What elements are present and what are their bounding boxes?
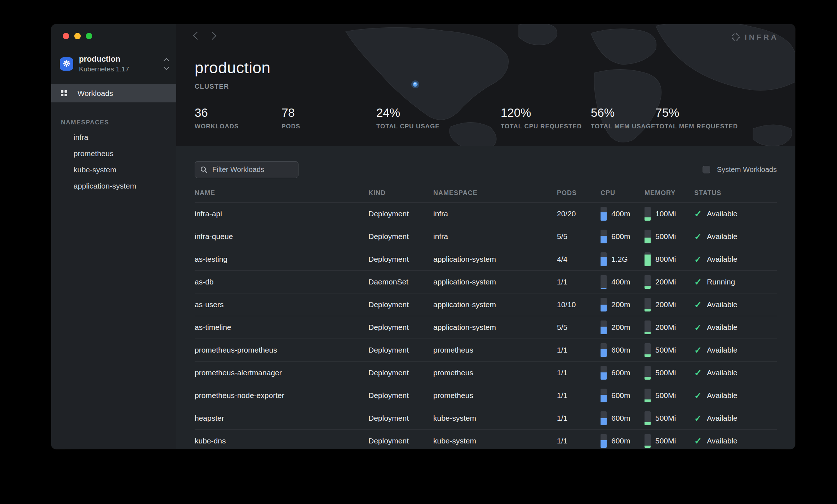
memory-value: 500Mi bbox=[655, 346, 676, 354]
workload-memory: 500Mi bbox=[645, 434, 694, 448]
workload-kind: Deployment bbox=[368, 232, 433, 241]
back-button[interactable] bbox=[193, 32, 201, 40]
memory-value: 200Mi bbox=[655, 323, 676, 332]
table-row[interactable]: prometheus-prometheus Deployment prometh… bbox=[195, 339, 777, 362]
search-icon bbox=[200, 166, 208, 174]
memory-value: 200Mi bbox=[655, 300, 676, 309]
table-header: NAME KIND NAMESPACE PODS CPU MEMORY STAT… bbox=[195, 189, 777, 203]
column-header-memory[interactable]: MEMORY bbox=[645, 189, 694, 197]
column-header-status[interactable]: STATUS bbox=[694, 189, 777, 197]
table-row[interactable]: as-db DaemonSet application-system 1/1 4… bbox=[195, 271, 777, 293]
cpu-gauge-icon bbox=[601, 411, 607, 425]
workload-kind: Deployment bbox=[368, 437, 433, 445]
workload-cpu: 600m bbox=[601, 411, 645, 425]
workload-kind: Deployment bbox=[368, 391, 433, 400]
check-icon: ✓ bbox=[694, 368, 702, 377]
table-row[interactable]: heapster Deployment kube-system 1/1 600m… bbox=[195, 407, 777, 430]
filter-workloads-input[interactable] bbox=[195, 161, 298, 178]
table-row[interactable]: kube-dns Deployment kube-system 1/1 600m… bbox=[195, 430, 777, 449]
table-row[interactable]: as-testing Deployment application-system… bbox=[195, 248, 777, 271]
workload-memory: 200Mi bbox=[645, 298, 694, 311]
column-header-namespace[interactable]: NAMESPACE bbox=[433, 189, 557, 197]
cluster-location-marker bbox=[411, 80, 419, 88]
workload-status: ✓ Running bbox=[694, 278, 777, 287]
sidebar-item-namespace[interactable]: application-system bbox=[51, 178, 176, 194]
zoom-button[interactable] bbox=[86, 33, 92, 39]
workload-status: ✓ Available bbox=[694, 232, 777, 241]
workload-status: ✓ Available bbox=[694, 346, 777, 355]
table-row[interactable]: as-users Deployment application-system 1… bbox=[195, 293, 777, 316]
workload-pods: 10/10 bbox=[557, 300, 601, 309]
stat-value: 24% bbox=[376, 106, 501, 120]
memory-gauge-icon bbox=[645, 366, 651, 380]
memory-gauge-icon bbox=[645, 411, 651, 425]
memory-value: 500Mi bbox=[655, 391, 676, 400]
workload-pods: 5/5 bbox=[557, 232, 601, 241]
workload-name: as-testing bbox=[195, 255, 368, 264]
namespaces-section-header: NAMESPACES bbox=[61, 119, 176, 126]
close-button[interactable] bbox=[63, 33, 69, 39]
stat: 36 WORKLOADS bbox=[195, 106, 282, 130]
column-header-cpu[interactable]: CPU bbox=[601, 189, 645, 197]
forward-button[interactable] bbox=[208, 32, 217, 40]
stat-label: PODS bbox=[282, 123, 376, 130]
stat: 78 PODS bbox=[282, 106, 376, 130]
sidebar-item-namespace[interactable]: infra bbox=[51, 129, 176, 145]
table-row[interactable]: prometheus-node-exporter Deployment prom… bbox=[195, 384, 777, 407]
cpu-value: 200m bbox=[611, 300, 630, 309]
workload-cpu: 600m bbox=[601, 230, 645, 243]
kubernetes-icon: ☸ bbox=[60, 57, 73, 71]
workload-namespace: application-system bbox=[433, 278, 557, 286]
workload-namespace: application-system bbox=[433, 323, 557, 332]
workload-namespace: infra bbox=[433, 232, 557, 241]
workload-pods: 20/20 bbox=[557, 209, 601, 218]
workloads-label: Workloads bbox=[78, 89, 113, 98]
table-row[interactable]: prometheus-alertmanager Deployment prome… bbox=[195, 362, 777, 384]
cpu-gauge-icon bbox=[601, 207, 607, 221]
workload-name: as-timeline bbox=[195, 323, 368, 332]
workload-namespace: kube-system bbox=[433, 414, 557, 423]
minimize-button[interactable] bbox=[74, 33, 81, 39]
workload-memory: 500Mi bbox=[645, 411, 694, 425]
sidebar-item-workloads[interactable]: Workloads bbox=[51, 84, 176, 102]
memory-value: 500Mi bbox=[655, 368, 676, 377]
table-row[interactable]: as-timeline Deployment application-syste… bbox=[195, 316, 777, 339]
sunburst-icon bbox=[731, 33, 740, 41]
stat: 24% TOTAL CPU USAGE bbox=[376, 106, 501, 130]
status-text: Available bbox=[707, 368, 738, 377]
main-area: INFRA production CLUSTER 36 WORKLOADS 78… bbox=[176, 24, 795, 449]
workload-pods: 4/4 bbox=[557, 255, 601, 264]
workload-namespace: application-system bbox=[433, 300, 557, 309]
workload-kind: Deployment bbox=[368, 255, 433, 264]
workload-cpu: 600m bbox=[601, 343, 645, 357]
cpu-gauge-icon bbox=[601, 389, 607, 402]
cpu-value: 600m bbox=[611, 437, 630, 445]
sidebar-item-namespace[interactable]: kube-system bbox=[51, 162, 176, 178]
check-icon: ✓ bbox=[694, 209, 702, 218]
system-workloads-checkbox[interactable] bbox=[703, 166, 710, 173]
cpu-gauge-icon bbox=[601, 434, 607, 448]
cluster-selector[interactable]: ☸ production Kubernetes 1.17 bbox=[60, 54, 168, 73]
workload-kind: Deployment bbox=[368, 323, 433, 332]
stat-value: 36 bbox=[195, 106, 282, 120]
memory-value: 200Mi bbox=[655, 278, 676, 286]
workload-cpu: 600m bbox=[601, 434, 645, 448]
stat-value: 78 bbox=[282, 106, 376, 120]
sidebar-item-namespace[interactable]: prometheus bbox=[51, 145, 176, 162]
cluster-stats: 36 WORKLOADS 78 PODS 24% TOTAL CPU USAGE bbox=[195, 106, 738, 130]
system-workloads-label: System Workloads bbox=[717, 165, 777, 174]
memory-gauge-icon bbox=[645, 207, 651, 221]
page-title: production bbox=[195, 59, 270, 77]
stat-label: WORKLOADS bbox=[195, 123, 282, 130]
namespaces-list: infra prometheus kube-system application… bbox=[51, 129, 176, 194]
column-header-pods[interactable]: PODS bbox=[557, 189, 601, 197]
toolbar: System Workloads bbox=[195, 161, 777, 178]
cpu-gauge-icon bbox=[601, 343, 607, 357]
memory-gauge-icon bbox=[645, 275, 651, 289]
table-row[interactable]: infra-queue Deployment infra 5/5 600m 50… bbox=[195, 225, 777, 248]
workload-namespace: prometheus bbox=[433, 368, 557, 377]
workload-kind: Deployment bbox=[368, 300, 433, 309]
column-header-name[interactable]: NAME bbox=[195, 189, 368, 197]
column-header-kind[interactable]: KIND bbox=[368, 189, 433, 197]
table-row[interactable]: infra-api Deployment infra 20/20 400m 10… bbox=[195, 203, 777, 225]
